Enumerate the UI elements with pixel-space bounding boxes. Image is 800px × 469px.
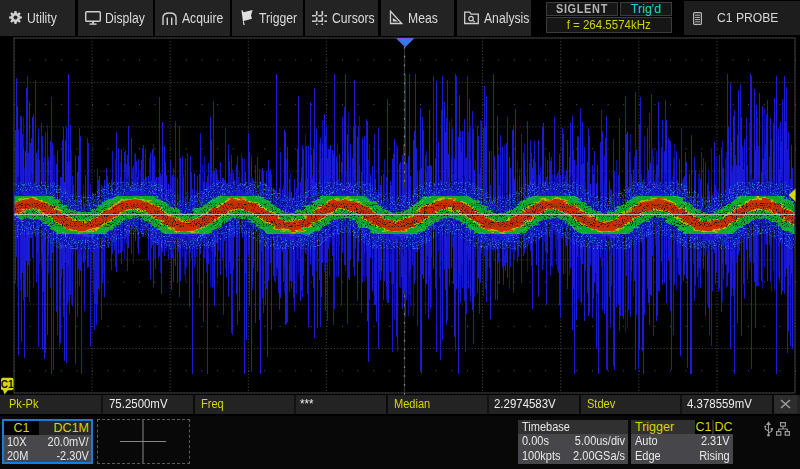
- svg-text:C1: C1: [1, 379, 14, 390]
